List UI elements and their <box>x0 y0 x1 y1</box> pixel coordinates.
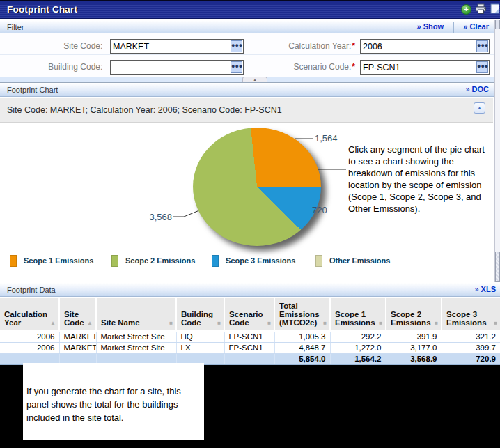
table-cell: Market Street Site <box>96 331 176 342</box>
print-icon[interactable] <box>475 3 487 15</box>
calculation-year-fieldwrap: ●●● <box>360 39 490 54</box>
pie-value-scope1: 1,564 <box>315 133 338 144</box>
table-cell: LX <box>176 342 224 353</box>
chart-context-text: Site Code: MARKET; Calculation Year: 200… <box>7 105 282 115</box>
building-code-fieldwrap: ●●● <box>110 60 244 75</box>
sort-none-icon: ■ <box>323 320 327 326</box>
chart-area: 1,564 720 3,568 Click any segment of the… <box>0 123 494 282</box>
table-cell: 321.2 <box>442 331 500 342</box>
table-header-row: Calculation Year▲ Site Code▲ Site Name■ … <box>0 298 500 331</box>
table-cell: 4,848.7 <box>274 342 330 353</box>
col-total-emissions[interactable]: Total Emissions (MTCO2e)■ <box>274 298 330 331</box>
other-swatch-icon <box>315 255 322 267</box>
col-site-name[interactable]: Site Name■ <box>96 298 176 331</box>
table-cell: Market Street Site <box>96 342 176 353</box>
data-section-header: Footprint Data » XLS <box>0 282 500 297</box>
sort-none-icon: ■ <box>217 320 221 326</box>
table-cell: FP-SCN1 <box>224 342 274 353</box>
collapse-panel-button[interactable]: ▲ <box>474 102 485 114</box>
site-code-label: Site Code:* <box>0 39 107 53</box>
pie-value-scope3: 720 <box>312 205 327 215</box>
scope1-swatch-icon <box>10 255 17 267</box>
building-code-lookup-button[interactable]: ●●● <box>231 61 242 73</box>
table-body: 2006MARKETMarket Street SiteHQFP-SCN11,0… <box>0 331 500 364</box>
filter-form: Site Code:* ●●● Calculation Year:* ●●● B… <box>0 33 494 77</box>
note-panel: If you generate the chart for a site, th… <box>23 363 204 440</box>
chart-help-text: Click any segment of the pie chart to se… <box>348 144 493 215</box>
table-cell: 2006 <box>0 342 59 353</box>
scenario-code-label: Scenario Code:* <box>251 60 355 74</box>
add-icon[interactable]: + <box>461 4 471 15</box>
title-bar-icons: + <box>461 3 499 15</box>
table-cell: 1,005.3 <box>274 331 330 342</box>
table-cell: 391.9 <box>386 331 442 342</box>
clear-link[interactable]: » Clear <box>463 22 489 31</box>
table-cell: MARKET <box>59 331 96 342</box>
chart-legend: Scope 1 Emissions Scope 2 Emissions Scop… <box>0 255 494 272</box>
note-text: If you generate the chart for a site, th… <box>23 363 204 424</box>
data-section-title: Footprint Data <box>7 286 56 294</box>
table-cell: 5,854.0 <box>274 353 330 364</box>
col-site-code[interactable]: Site Code▲ <box>59 298 96 331</box>
site-code-lookup-button[interactable]: ●●● <box>231 40 242 52</box>
show-link[interactable]: » Show <box>416 22 444 31</box>
pie-chart-wrap <box>193 128 321 246</box>
pie-chart[interactable] <box>193 128 321 246</box>
row-separator <box>0 54 494 55</box>
filter-section-title: Filter <box>7 23 24 31</box>
page-title: Footprint Chart <box>7 4 77 15</box>
scenario-code-lookup-button[interactable]: ●●● <box>476 61 488 73</box>
table-cell: 720.9 <box>442 353 500 364</box>
calculation-year-input[interactable] <box>360 39 490 54</box>
xls-link[interactable]: » XLS <box>474 285 496 293</box>
col-scope3-emissions[interactable]: Scope 3 Emissions■ <box>442 298 500 331</box>
filter-section-header: Filter » Show » Clear <box>0 20 494 34</box>
scrollbar-top-thumb[interactable] <box>495 20 500 29</box>
calculation-year-lookup-button[interactable]: ●●● <box>476 40 488 52</box>
col-scenario-code[interactable]: Scenario Code■ <box>224 298 274 331</box>
table-cell: 1,272.0 <box>330 342 386 353</box>
site-code-fieldwrap: ●●● <box>110 39 244 54</box>
doc-link[interactable]: » DOC <box>465 85 489 93</box>
scenario-code-input[interactable] <box>360 60 490 75</box>
sort-none-icon: ■ <box>267 320 271 326</box>
table-cell: 2006 <box>0 331 59 342</box>
pie-value-scope2: 3,568 <box>144 212 172 222</box>
building-code-input[interactable] <box>110 60 244 75</box>
scrollbar-thumb[interactable] <box>495 252 500 282</box>
export-icon[interactable] <box>490 3 499 15</box>
table-row[interactable]: 2006MARKETMarket Street SiteHQFP-SCN11,0… <box>0 331 500 342</box>
sort-asc-icon: ▲ <box>50 320 56 326</box>
sort-none-icon: ■ <box>435 320 438 326</box>
table-cell <box>224 353 274 364</box>
sort-none-icon: ■ <box>169 320 173 326</box>
chart-section-header: Footprint Chart » DOC <box>0 82 494 97</box>
chart-section-title: Footprint Chart <box>7 86 58 94</box>
link-divider <box>453 22 454 33</box>
sort-none-icon: ■ <box>494 320 497 326</box>
table-cell: MARKET <box>59 342 96 353</box>
col-scope2-emissions[interactable]: Scope 2 Emissions■ <box>386 298 442 331</box>
splitter-handle[interactable]: ▲ <box>242 77 267 82</box>
table-cell: 3,177.0 <box>386 342 442 353</box>
footprint-data-table: Calculation Year▲ Site Code▲ Site Name■ … <box>0 298 500 365</box>
table-cell: 399.7 <box>442 342 500 353</box>
chart-context-bar: Site Code: MARKET; Calculation Year: 200… <box>0 98 493 123</box>
col-building-code[interactable]: Building Code■ <box>176 298 224 331</box>
site-code-input[interactable] <box>110 39 244 54</box>
footprint-chart-screen: Footprint Chart + <box>0 0 500 448</box>
calculation-year-label: Calculation Year:* <box>251 39 355 53</box>
col-scope1-emissions[interactable]: Scope 1 Emissions■ <box>330 298 386 331</box>
col-calculation-year[interactable]: Calculation Year▲ <box>0 298 59 331</box>
scope3-swatch-icon <box>212 255 219 267</box>
vertical-scrollbar[interactable] <box>494 20 500 282</box>
scope2-swatch-icon <box>111 255 118 267</box>
title-bar: Footprint Chart + <box>0 0 500 19</box>
sort-none-icon: ■ <box>379 320 382 326</box>
table-cell: 3,568.9 <box>386 353 442 364</box>
table-row[interactable]: 2006MARKETMarket Street SiteLXFP-SCN14,8… <box>0 342 500 353</box>
footprint-chart-window: Footprint Chart + <box>0 0 500 364</box>
table-cell: FP-SCN1 <box>224 331 274 342</box>
table-cell: 1,564.2 <box>330 353 386 364</box>
table-cell: HQ <box>176 331 224 342</box>
